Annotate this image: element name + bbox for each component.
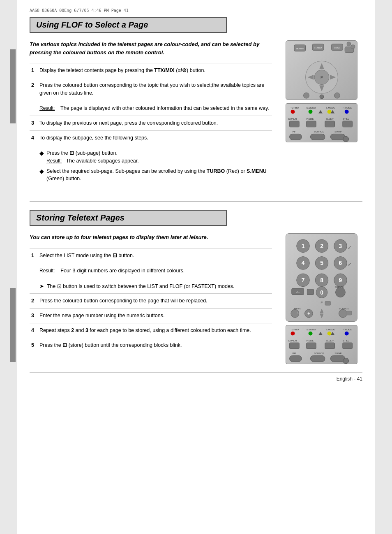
svg-point-88 [308,332,312,336]
bullet-1-text: Press the ⊡ (sub-page) button. Result: T… [46,149,139,165]
step-4-text: To display the subpage, see the followin… [38,130,272,188]
svg-text:✓: ✓ [348,262,352,267]
svg-point-87 [291,332,295,336]
s2-step-5-num: 5 [30,338,38,352]
svg-text:STILL: STILL [342,118,349,120]
svg-text:SOURCE: SOURCE [314,130,324,133]
page-footer: English - 41 [30,372,362,382]
svg-rect-100 [342,343,352,349]
s2-step-1-text: Select the LIST mode using the ⊡ button.… [38,248,272,294]
svg-text:-/--: -/-- [296,290,300,293]
step-2-text: Press the coloured button corresponding … [38,78,272,116]
step-4-bullet-2: ◆ Select the required sub-page. Sub-page… [39,167,270,183]
s2-step-1-note: ➤ The ⊡ button is used to switch between… [39,283,235,289]
left-tab-2 [10,288,16,362]
section1-left: The various topics included in the telet… [30,40,272,188]
step-2-result-label: Result: [39,105,55,111]
svg-text:DUAL/II: DUAL/II [288,339,297,342]
svg-point-23 [291,110,295,114]
svg-marker-78 [320,309,323,313]
svg-point-26 [344,110,348,114]
s2-step-5-row: 5 Press the ⊡ (store) button until the c… [30,338,272,352]
svg-text:1: 1 [301,243,304,249]
numpad-remote-svg: 1 2 3 ✓ 4 5 6 ✓ 7 8 [286,233,357,322]
svg-point-90 [344,332,348,336]
section1-content: The various topics included in the telet… [30,40,362,188]
svg-text:+: + [307,311,310,316]
svg-text:8: 8 [320,277,323,283]
section1-images: MENU/III TTX/MIX INFO○ P TURBO [280,40,362,188]
remote-panel2-svg: TURBO S.MENU S.MODE P.MODE DUAL/II P.SIZ… [286,325,357,364]
svg-text:S.MENU: S.MENU [306,328,316,331]
svg-text:TURBO: TURBO [290,328,299,331]
section2-content: You can store up to four teletext pages … [30,233,362,364]
svg-rect-104 [289,355,301,362]
svg-point-70 [335,288,345,297]
svg-text:♪: ♪ [296,311,298,314]
svg-text:PIP: PIP [292,352,296,355]
svg-text:SLEEP: SLEEP [325,118,333,120]
svg-text:PIP: PIP [292,130,296,133]
page: AA68-03660A-00Eng 6/7/05 4:46 PM Page 41… [17,0,375,534]
bullet-1-result-label: Result: [46,158,62,164]
svg-point-24 [308,110,312,114]
svg-point-17 [320,95,324,99]
svg-point-107 [343,358,348,364]
section1-title: Using FLOF to Select a Page [36,20,220,30]
remote-top-svg: MENU/III TTX/MIX INFO○ P [286,40,357,100]
s2-step-2-num: 2 [30,294,38,309]
section2-intro: You can store up to four teletext pages … [30,233,272,241]
step-1-row: 1 Display the teletext contents page by … [30,63,272,78]
svg-rect-66 [307,289,314,295]
svg-text:P.MODE: P.MODE [342,107,351,109]
bullet-symbol-2: ◆ [39,167,44,183]
section2-steps: 1 Select the LIST mode using the ⊡ butto… [30,248,272,353]
step-4-bullet-1: ◆ Press the ⊡ (sub-page) button. Result:… [39,149,270,165]
s2-step-3-num: 3 [30,309,38,323]
section1-steps: 1 Display the teletext contents page by … [30,63,272,188]
svg-rect-105 [310,355,325,362]
svg-text:3: 3 [339,243,342,249]
svg-text:9: 9 [339,277,342,283]
footer-text: English - 41 [337,376,362,382]
section-divider [30,201,362,202]
svg-point-16 [303,93,309,98]
step-3-text: To display the previous or next page, pr… [38,116,272,130]
s2-step-1-num: 1 [30,248,38,294]
svg-rect-33 [289,121,299,127]
s2-step-4-row: 4 Repeat steps 2 and 3 for each page to … [30,323,272,338]
bullet-2-text: Select the required sub-page. Sub-pages … [46,167,270,183]
svg-text:P: P [321,75,323,79]
s2-step-4-text: Repeat steps 2 and 3 for each page to be… [38,323,272,338]
svg-point-43 [343,136,348,142]
svg-text:P.SIZE: P.SIZE [306,339,314,342]
remote-panel-svg: TURBO S.MENU S.MODE P.MODE DUAL/II P.SIZ… [286,103,357,142]
section1-title-box: Using FLOF to Select a Page [30,17,227,33]
svg-text:INFO○: INFO○ [334,47,340,49]
svg-rect-40 [289,134,301,140]
svg-text:6: 6 [339,260,342,266]
step-3-row: 3 To display the previous or next page, … [30,116,272,130]
svg-point-81 [339,309,347,318]
bullet-symbol-1: ◆ [39,149,44,165]
svg-text:MENU/III: MENU/III [295,48,304,50]
svg-marker-91 [318,332,323,335]
svg-text:P.MODE: P.MODE [342,328,351,331]
s2-step-4-num: 4 [30,323,38,338]
svg-text:4: 4 [301,260,304,266]
svg-text:TTX/MIX: TTX/MIX [314,47,322,49]
step-4-num: 4 [30,130,38,188]
section2-title-box: Storing Teletext Pages [30,210,227,226]
svg-rect-97 [289,343,299,349]
svg-rect-36 [342,121,352,127]
svg-rect-98 [306,343,316,349]
svg-rect-72 [325,301,330,305]
svg-text:5: 5 [320,260,323,266]
svg-text:STILL: STILL [342,339,349,342]
s2-step-5-text: Press the ⊡ (store) button until the cor… [38,338,272,352]
step-1-text: Display the teletext contents page by pr… [38,63,272,78]
s2-step-1-row: 1 Select the LIST mode using the ⊡ butto… [30,248,272,294]
section1-intro: The various topics included in the telet… [30,40,272,56]
svg-rect-34 [306,121,316,127]
svg-text:SWAP: SWAP [334,352,341,355]
